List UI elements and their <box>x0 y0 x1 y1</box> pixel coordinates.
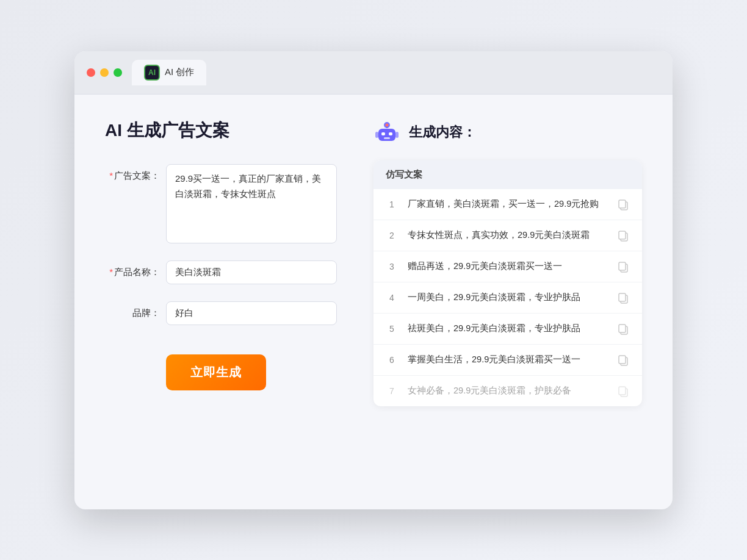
result-num-6: 6 <box>386 355 398 365</box>
generate-button[interactable]: 立即生成 <box>166 354 266 390</box>
product-name-label: *产品名称： <box>105 260 160 278</box>
tab-label: AI 创作 <box>165 66 194 78</box>
ai-creation-tab[interactable]: AI AI 创作 <box>132 60 206 85</box>
result-row-2: 2 专抹女性斑点，真实功效，29.9元美白淡斑霜 <box>374 220 642 251</box>
svg-rect-14 <box>619 262 626 270</box>
close-button[interactable] <box>87 68 95 77</box>
traffic-lights <box>87 68 122 77</box>
result-row-6: 6 掌握美白生活，29.9元美白淡斑霜买一送一 <box>374 345 642 376</box>
svg-rect-16 <box>619 293 626 301</box>
result-num-1: 1 <box>386 199 398 209</box>
content-area: AI 生成广告文案 *广告文案： 29.9买一送一，真正的厂家直销，美白淡斑霜，… <box>74 95 673 509</box>
copy-icon-7[interactable] <box>616 384 630 398</box>
title-bar: AI AI 创作 <box>74 51 673 95</box>
result-text-6: 掌握美白生活，29.9元美白淡斑霜买一送一 <box>408 353 607 367</box>
result-num-2: 2 <box>386 231 398 240</box>
required-star-2: * <box>109 267 113 277</box>
svg-rect-7 <box>375 132 378 138</box>
svg-rect-8 <box>395 132 399 138</box>
robot-icon <box>374 119 400 146</box>
result-row-4: 4 一周美白，29.9元美白淡斑霜，专业护肤品 <box>374 282 642 314</box>
result-row-5: 5 祛斑美白，29.9元美白淡斑霜，专业护肤品 <box>374 314 642 345</box>
right-title: 生成内容： <box>409 123 476 142</box>
svg-rect-10 <box>619 200 626 208</box>
result-text-4: 一周美白，29.9元美白淡斑霜，专业护肤品 <box>408 291 607 304</box>
browser-window: AI AI 创作 AI 生成广告文案 *广告文案： 29.9买一送一，真正的厂家… <box>74 51 673 509</box>
ad-copy-input[interactable]: 29.9买一送一，真正的厂家直销，美白淡斑霜，专抹女性斑点 <box>166 164 337 243</box>
result-num-4: 4 <box>386 293 398 303</box>
page-title: AI 生成广告文案 <box>105 119 337 142</box>
copy-icon-3[interactable] <box>616 260 630 273</box>
right-header: 生成内容： <box>374 119 642 146</box>
copy-icon-4[interactable] <box>616 291 630 304</box>
result-text-7: 女神必备，29.9元美白淡斑霜，护肤必备 <box>408 384 607 398</box>
svg-rect-18 <box>619 325 626 332</box>
result-text-2: 专抹女性斑点，真实功效，29.9元美白淡斑霜 <box>408 229 607 242</box>
right-panel: 生成内容： 仿写文案 1 厂家直销，美白淡斑霜，买一送一，29.9元抢购 2 专… <box>374 119 642 485</box>
results-card: 仿写文案 1 厂家直销，美白淡斑霜，买一送一，29.9元抢购 2 专抹女性斑点，… <box>374 160 642 406</box>
result-num-7: 7 <box>386 386 398 396</box>
required-star: * <box>109 170 113 181</box>
left-panel: AI 生成广告文案 *广告文案： 29.9买一送一，真正的厂家直销，美白淡斑霜，… <box>105 119 337 485</box>
brand-label: 品牌： <box>105 301 160 319</box>
svg-rect-3 <box>389 132 392 135</box>
result-row-7: 7 女神必备，29.9元美白淡斑霜，护肤必备 <box>374 376 642 406</box>
svg-rect-2 <box>381 132 385 135</box>
brand-row: 品牌： <box>105 301 337 325</box>
result-row-3: 3 赠品再送，29.9元美白淡斑霜买一送一 <box>374 251 642 282</box>
svg-point-6 <box>386 123 389 126</box>
brand-input[interactable] <box>166 301 337 325</box>
results-header: 仿写文案 <box>374 160 642 189</box>
result-num-3: 3 <box>386 262 398 271</box>
svg-rect-20 <box>619 356 626 364</box>
ai-logo-icon: AI <box>144 65 160 81</box>
copy-icon-5[interactable] <box>616 322 630 336</box>
product-name-row: *产品名称： <box>105 260 337 284</box>
result-row-1: 1 厂家直销，美白淡斑霜，买一送一，29.9元抢购 <box>374 189 642 220</box>
copy-icon-6[interactable] <box>616 353 630 367</box>
maximize-button[interactable] <box>114 68 122 77</box>
copy-icon-2[interactable] <box>616 229 630 242</box>
product-name-input[interactable] <box>166 260 337 284</box>
svg-rect-4 <box>384 137 390 139</box>
svg-rect-12 <box>619 231 626 239</box>
ad-copy-row: *广告文案： 29.9买一送一，真正的厂家直销，美白淡斑霜，专抹女性斑点 <box>105 164 337 243</box>
svg-rect-22 <box>619 387 626 395</box>
result-num-5: 5 <box>386 324 398 334</box>
result-text-5: 祛斑美白，29.9元美白淡斑霜，专业护肤品 <box>408 322 607 336</box>
result-text-1: 厂家直销，美白淡斑霜，买一送一，29.9元抢购 <box>408 198 607 211</box>
result-text-3: 赠品再送，29.9元美白淡斑霜买一送一 <box>408 260 607 273</box>
minimize-button[interactable] <box>100 68 109 77</box>
copy-icon-1[interactable] <box>616 198 630 211</box>
ad-copy-label: *广告文案： <box>105 164 160 182</box>
